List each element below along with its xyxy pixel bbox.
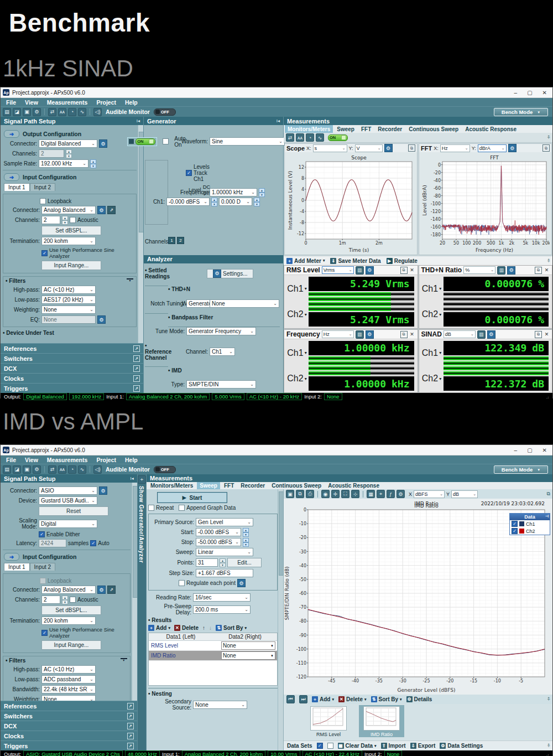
- imd-type-select[interactable]: SMPTE/DIN: [186, 380, 256, 389]
- ch1-level-select[interactable]: -0.000 dBFS: [166, 198, 210, 206]
- ch2-selector[interactable]: Ch2: [420, 302, 444, 328]
- lowpass-select[interactable]: AES17 (20 kHz): [41, 296, 96, 304]
- bargraph-style-icon[interactable]: [497, 266, 505, 275]
- data-settings-button[interactable]: ⚙Data Settings: [440, 743, 483, 749]
- ch1-selector[interactable]: Ch1: [285, 276, 309, 302]
- verify-icon[interactable]: [58, 465, 66, 474]
- result-row-imd[interactable]: IMD RatioNone: [149, 651, 277, 661]
- popout-icon[interactable]: [127, 743, 134, 749]
- popout-icon[interactable]: [127, 723, 134, 729]
- collapse-panel-icon[interactable]: I◂: [276, 118, 280, 123]
- tab-sweep[interactable]: Sweep: [197, 482, 220, 489]
- scope-icon[interactable]: [316, 133, 324, 142]
- dataset2-checkbox[interactable]: [327, 743, 333, 749]
- bargraph-style-icon[interactable]: [356, 330, 364, 339]
- meter-popout-icon[interactable]: [535, 331, 542, 338]
- result-row-rms[interactable]: RMS LevelNone: [149, 641, 277, 651]
- ch2-selector[interactable]: Ch2: [285, 302, 309, 328]
- start-button[interactable]: Start: [157, 492, 227, 503]
- dc-offset-select[interactable]: 0.000 D: [219, 198, 252, 206]
- fx-icon[interactable]: [387, 490, 395, 498]
- regulate-each-point-checkbox[interactable]: [179, 580, 185, 586]
- graph-y-unit-select[interactable]: dB: [451, 490, 478, 498]
- append-checkbox[interactable]: [179, 505, 185, 511]
- signal-path-icon[interactable]: [48, 108, 56, 116]
- latency-input[interactable]: 2424: [39, 539, 66, 547]
- acoustic-checkbox[interactable]: [70, 597, 76, 603]
- loopback-checkbox[interactable]: [40, 198, 46, 204]
- verify-icon[interactable]: [58, 108, 66, 116]
- ch2-visible-checkbox[interactable]: [512, 528, 518, 534]
- tab-input2[interactable]: Input 2: [30, 563, 56, 571]
- popout-icon[interactable]: [133, 375, 140, 382]
- highpass-select[interactable]: AC (<10 Hz): [41, 665, 96, 674]
- loopback-checkbox[interactable]: [40, 578, 46, 584]
- legend-item-ch1[interactable]: Ch1: [510, 520, 550, 527]
- accordion-dcx[interactable]: DCX: [1, 363, 143, 373]
- tab-sweep[interactable]: Sweep: [334, 125, 357, 133]
- input-channels-input[interactable]: 2: [41, 216, 60, 224]
- accordion-switchers[interactable]: Switchers: [1, 711, 137, 721]
- save-meter-data-button[interactable]: ⇓Save Meter Data: [330, 258, 380, 264]
- save-icon[interactable]: [23, 465, 31, 474]
- meter-close-icon[interactable]: ✕: [544, 267, 550, 273]
- sequence-icon[interactable]: [78, 465, 86, 474]
- bargraph-style-icon[interactable]: [477, 330, 486, 339]
- hps-analyzer-checkbox[interactable]: [41, 630, 48, 636]
- eq-settings-icon[interactable]: [97, 315, 106, 324]
- latency-auto-checkbox[interactable]: [90, 540, 96, 546]
- points-spinner[interactable]: ▲▼: [220, 558, 226, 567]
- legend-item-ch2[interactable]: Ch2: [510, 527, 550, 535]
- tab-continuous-sweep[interactable]: Continuous Sweep: [269, 482, 324, 489]
- meter-close-icon[interactable]: ✕: [409, 332, 415, 338]
- input-channels-spinner[interactable]: ▲▼: [62, 596, 68, 604]
- popout-icon[interactable]: [127, 713, 134, 719]
- meter-close-icon[interactable]: ✕: [409, 267, 415, 273]
- collapse-panel-icon[interactable]: I◂: [137, 118, 140, 123]
- asio-connector-select[interactable]: ASIO: [39, 486, 97, 495]
- new-file-icon[interactable]: [3, 108, 11, 116]
- ch2-selector[interactable]: Ch2: [420, 366, 444, 392]
- pan-icon[interactable]: [331, 490, 340, 498]
- thd-unit-select[interactable]: %: [463, 266, 495, 274]
- close-button[interactable]: ✕: [542, 447, 547, 453]
- tab-acoustic-response[interactable]: Acoustic Response: [325, 482, 382, 489]
- scope-settings-icon[interactable]: [384, 144, 393, 152]
- fft-x-select[interactable]: Hz: [440, 144, 470, 152]
- scope-x-select[interactable]: s: [313, 144, 347, 152]
- monitor-icon[interactable]: [68, 465, 76, 474]
- monitors-on-toggle[interactable]: ON: [328, 134, 348, 141]
- ref-channel-select[interactable]: Ch1: [210, 348, 235, 356]
- menu-help[interactable]: Help: [125, 457, 138, 463]
- sort-by-button[interactable]: ⇅Sort By▾: [216, 625, 247, 631]
- popout-icon[interactable]: [133, 385, 140, 392]
- open-project-icon[interactable]: [13, 465, 21, 474]
- set-dbspl-button[interactable]: Set dBSPL...: [41, 605, 101, 615]
- filters-pin-icon[interactable]: [127, 278, 133, 282]
- eq-input[interactable]: None: [41, 315, 96, 324]
- tab-recorder[interactable]: Recorder: [375, 125, 405, 133]
- start-spinner[interactable]: ▲▼: [243, 528, 249, 536]
- graph-print-icon[interactable]: [306, 490, 314, 498]
- menu-file[interactable]: File: [6, 99, 16, 106]
- show-generator-strip[interactable]: Show Generator/Analyzer: [138, 474, 147, 750]
- menu-view[interactable]: View: [25, 99, 38, 106]
- ch1-selector[interactable]: Ch1: [285, 340, 309, 366]
- sample-rate-select[interactable]: 192.000 kHz: [39, 159, 88, 168]
- output-channels-input[interactable]: 2: [39, 149, 64, 158]
- meter-settings-icon[interactable]: [366, 266, 374, 275]
- tab-acoustic-response[interactable]: Acoustic Response: [462, 125, 519, 133]
- tab-monitors-meters[interactable]: Monitors/Meters: [148, 482, 196, 489]
- graph-settings-icon[interactable]: [397, 490, 405, 498]
- minimize-button[interactable]: –: [514, 447, 518, 453]
- first-result-icon[interactable]: [286, 695, 295, 703]
- accordion-clocks[interactable]: Clocks: [1, 731, 137, 741]
- points-input[interactable]: 31: [196, 558, 218, 567]
- pin-icon[interactable]: ⍏: [547, 258, 550, 264]
- popout-icon[interactable]: [133, 355, 140, 362]
- minimize-button[interactable]: –: [514, 90, 518, 96]
- weighting-select[interactable]: None: [41, 695, 96, 701]
- open-project-icon[interactable]: [13, 108, 21, 116]
- new-file-icon[interactable]: [3, 465, 11, 474]
- input-connector-settings-icon[interactable]: [97, 206, 106, 214]
